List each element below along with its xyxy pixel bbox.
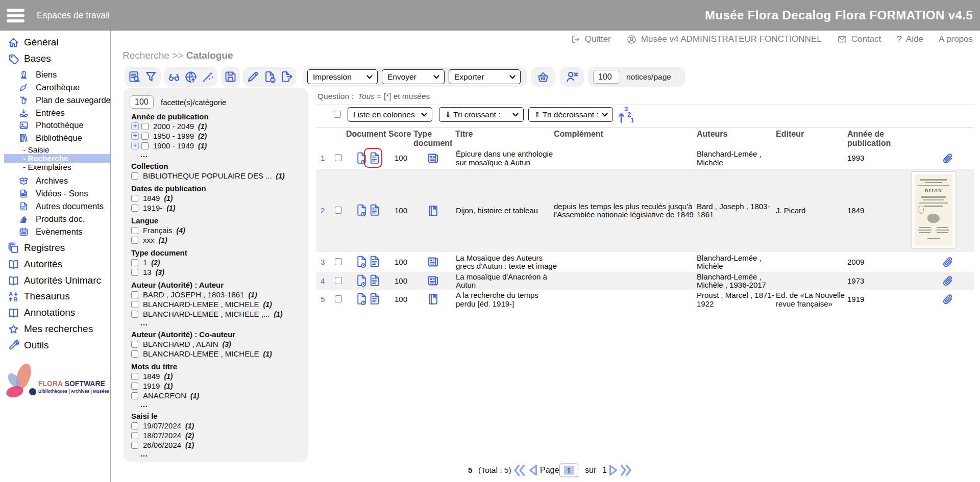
facet-checkbox[interactable] <box>141 123 149 130</box>
workspace-link[interactable]: Espaces de travail <box>37 0 110 31</box>
title-cell[interactable]: Épicure dans une anthologiesur mosaïque … <box>456 150 553 167</box>
facet-checkbox[interactable] <box>131 269 138 276</box>
facet-checkbox[interactable] <box>131 227 138 234</box>
document-link-icon[interactable] <box>355 255 368 269</box>
expand-plus-icon[interactable]: + <box>131 122 139 130</box>
document-text-icon[interactable] <box>368 274 381 288</box>
list-search-icon[interactable] <box>128 70 141 84</box>
row-number-link[interactable]: 3 <box>321 258 325 266</box>
title-cell[interactable]: A la recherche du tempsperdu [éd. 1919-] <box>456 291 558 308</box>
title-cell[interactable]: La mosaïque d'Anacréon àAutun <box>456 272 558 289</box>
sidebar-item-carotheque[interactable]: Carothèque <box>0 81 80 93</box>
row-checkbox[interactable] <box>335 295 342 302</box>
magic-wand-icon[interactable] <box>201 70 215 84</box>
sidebar-item-recherche-selected[interactable]: - Recherche <box>4 154 110 163</box>
sidebar-item-plan-sauvegarde[interactable]: Plan de sauvegarde <box>0 94 111 106</box>
facet-more-link[interactable]: ... <box>140 319 301 326</box>
document-export-icon[interactable] <box>279 70 293 84</box>
facet-checkbox[interactable] <box>131 341 138 348</box>
facet-checkbox[interactable] <box>131 442 138 449</box>
sidebar-item-saisie[interactable]: - Saisie <box>4 145 110 154</box>
expand-plus-icon[interactable]: + <box>131 142 139 149</box>
sidebar-item-videos-sons[interactable]: Vidéos - Sons <box>0 187 88 199</box>
facet-checkbox[interactable] <box>131 172 138 180</box>
filter-icon[interactable] <box>144 70 158 84</box>
row-checkbox[interactable] <box>335 277 342 284</box>
row-checkbox[interactable] <box>335 258 342 265</box>
menu-hamburger-icon[interactable] <box>7 9 24 22</box>
sort-ascending-select[interactable]: ⇓ Tri croissant : <box>439 107 524 122</box>
sort-numeric-icon[interactable]: 3 2 1 <box>618 105 634 124</box>
facet-checkbox[interactable] <box>131 392 138 399</box>
view-mode-select[interactable]: Liste en colonnes <box>348 107 432 122</box>
facet-checkbox[interactable] <box>131 383 138 390</box>
eyeglasses-icon[interactable] <box>167 70 181 84</box>
sidebar-item-produits-doc[interactable]: Produits doc. <box>0 213 85 225</box>
facet-checkbox[interactable] <box>131 291 138 298</box>
title-cell[interactable]: La Mosaïque des Auteursgrecs d'Autun : t… <box>456 253 558 270</box>
sidebar-item-bases[interactable]: Bases <box>0 52 51 65</box>
sidebar-item-outils[interactable]: Outils <box>0 339 49 352</box>
facet-more-link[interactable]: ... <box>140 450 301 458</box>
pencil-icon[interactable] <box>246 70 260 84</box>
previous-page-icon[interactable] <box>528 464 539 477</box>
paperclip-icon[interactable] <box>941 293 954 306</box>
row-number-link[interactable]: 5 <box>321 295 325 304</box>
facet-checkbox[interactable] <box>141 133 149 140</box>
facet-checkbox[interactable] <box>131 350 138 358</box>
select-all-checkbox[interactable] <box>334 111 341 118</box>
record-thumbnail[interactable]: DIJON <box>912 172 955 248</box>
document-link-icon[interactable] <box>355 292 368 306</box>
facet-checkbox[interactable] <box>141 142 149 149</box>
sidebar-item-bibliotheque[interactable]: Bibliothèque <box>0 132 82 144</box>
title-cell[interactable]: Dijon, histoire et tableau <box>456 206 553 215</box>
breadcrumb-parent[interactable]: Recherche <box>122 50 169 61</box>
facet-checkbox[interactable] <box>131 422 138 429</box>
document-text-icon[interactable] <box>368 292 381 306</box>
facet-checkbox[interactable] <box>131 205 138 212</box>
sidebar-item-autorites-unimarc[interactable]: Autorités Unimarc <box>0 274 101 287</box>
facet-checkbox[interactable] <box>131 311 138 318</box>
sidebar-item-registres[interactable]: Registres <box>0 241 65 255</box>
facet-checkbox[interactable] <box>131 237 138 244</box>
sidebar-item-mes-recherches[interactable]: Mes recherches <box>0 322 93 336</box>
sidebar-item-annotations[interactable]: Annotations <box>0 306 75 319</box>
last-page-icon[interactable] <box>619 464 633 477</box>
first-page-icon[interactable] <box>512 464 527 477</box>
facet-count-input[interactable] <box>130 95 154 109</box>
facet-checkbox[interactable] <box>131 373 138 380</box>
sidebar-item-general[interactable]: Général <box>0 36 59 49</box>
save-icon[interactable] <box>224 70 237 84</box>
paperclip-icon[interactable] <box>941 274 954 288</box>
expand-plus-icon[interactable]: + <box>131 132 139 140</box>
sidebar-item-archives[interactable]: Archives <box>0 174 68 187</box>
document-text-icon[interactable] <box>368 255 381 269</box>
page-number-input[interactable]: 1 <box>559 464 578 477</box>
document-link-icon[interactable] <box>355 204 368 217</box>
document-text-icon[interactable] <box>368 204 381 217</box>
paperclip-icon[interactable] <box>941 256 954 269</box>
facet-checkbox[interactable] <box>131 432 138 439</box>
document-link-icon[interactable] <box>355 274 368 288</box>
sidebar-item-entrees[interactable]: Entrées <box>0 107 65 119</box>
facet-checkbox[interactable] <box>131 259 138 266</box>
sidebar-item-biens[interactable]: Biens <box>0 68 57 81</box>
paperclip-icon[interactable] <box>941 152 954 165</box>
sidebar-item-exemplaires[interactable]: - Exemplaires <box>4 163 110 171</box>
sidebar-item-autorites[interactable]: Autorités <box>0 258 62 271</box>
next-page-icon[interactable] <box>607 464 619 477</box>
row-checkbox[interactable] <box>335 207 342 214</box>
row-number-link[interactable]: 4 <box>321 276 325 285</box>
row-checkbox[interactable] <box>335 154 342 161</box>
sidebar-item-thesaurus[interactable]: AB Thesaurus <box>0 290 70 303</box>
sidebar-item-autres-documents[interactable]: Autres documents <box>0 200 104 212</box>
facet-checkbox[interactable] <box>131 301 138 308</box>
facet-checkbox[interactable] <box>131 195 138 202</box>
sort-descending-select[interactable]: ⇑ Tri décroissant : <box>528 107 613 122</box>
globe-upload-icon[interactable] <box>184 70 198 84</box>
row-number-link[interactable]: 1 <box>321 154 325 163</box>
document-print-icon[interactable] <box>263 70 277 84</box>
facet-more-link[interactable]: ... <box>140 400 301 408</box>
sidebar-item-phototheque[interactable]: Photothèque <box>0 119 84 131</box>
facet-more-link[interactable]: ... <box>140 150 301 158</box>
